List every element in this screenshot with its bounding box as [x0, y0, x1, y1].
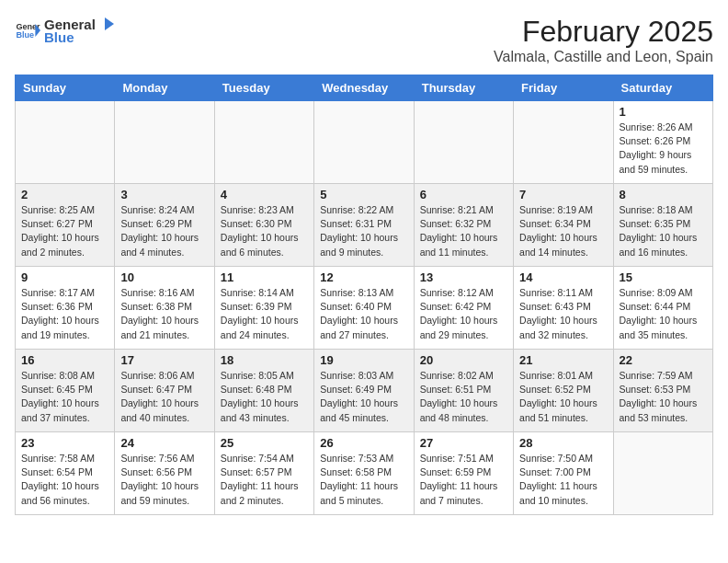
day-number: 25 [221, 436, 308, 450]
day-info: Sunrise: 8:25 AM Sunset: 6:27 PM Dayligh… [21, 203, 108, 259]
day-info: Sunrise: 8:16 AM Sunset: 6:38 PM Dayligh… [120, 286, 208, 342]
day-number: 28 [519, 436, 607, 450]
calendar-cell: 9Sunrise: 8:17 AM Sunset: 6:36 PM Daylig… [16, 267, 115, 350]
calendar-cell: 3Sunrise: 8:24 AM Sunset: 6:29 PM Daylig… [115, 184, 214, 267]
week-row-2: 9Sunrise: 8:17 AM Sunset: 6:36 PM Daylig… [16, 267, 713, 350]
calendar-cell: 10Sunrise: 8:16 AM Sunset: 6:38 PM Dayli… [115, 267, 214, 350]
day-info: Sunrise: 8:22 AM Sunset: 6:31 PM Dayligh… [320, 203, 407, 259]
weekday-header-monday: Monday [115, 75, 214, 101]
logo-arrow-icon [97, 15, 116, 33]
day-info: Sunrise: 7:50 AM Sunset: 7:00 PM Dayligh… [519, 452, 607, 508]
day-info: Sunrise: 7:51 AM Sunset: 6:59 PM Dayligh… [420, 452, 507, 508]
calendar-cell: 20Sunrise: 8:02 AM Sunset: 6:51 PM Dayli… [414, 350, 513, 432]
week-row-0: 1Sunrise: 8:26 AM Sunset: 6:26 PM Daylig… [16, 101, 713, 184]
weekday-header-row: SundayMondayTuesdayWednesdayThursdayFrid… [16, 75, 713, 101]
day-number: 17 [120, 353, 208, 367]
day-number: 22 [620, 353, 707, 367]
day-info: Sunrise: 8:13 AM Sunset: 6:40 PM Dayligh… [320, 286, 407, 342]
calendar-cell: 24Sunrise: 7:56 AM Sunset: 6:56 PM Dayli… [115, 432, 214, 515]
calendar-cell: 22Sunrise: 7:59 AM Sunset: 6:53 PM Dayli… [613, 350, 712, 432]
location-title: Valmala, Castille and Leon, Spain [494, 49, 713, 65]
day-number: 2 [21, 188, 108, 201]
day-number: 10 [120, 270, 208, 284]
day-info: Sunrise: 8:23 AM Sunset: 6:30 PM Dayligh… [221, 203, 308, 259]
calendar-cell: 13Sunrise: 8:12 AM Sunset: 6:42 PM Dayli… [414, 267, 513, 350]
day-number: 16 [21, 353, 108, 367]
day-info: Sunrise: 7:59 AM Sunset: 6:53 PM Dayligh… [620, 369, 707, 425]
logo-icon: General Blue [15, 17, 40, 43]
day-info: Sunrise: 8:01 AM Sunset: 6:52 PM Dayligh… [519, 369, 607, 425]
logo: General Blue General Blue [15, 15, 116, 45]
day-number: 20 [420, 353, 507, 367]
day-info: Sunrise: 8:08 AM Sunset: 6:45 PM Dayligh… [21, 369, 108, 425]
day-number: 12 [320, 270, 407, 284]
month-title: February 2025 [494, 15, 713, 49]
svg-marker-3 [105, 17, 114, 30]
calendar-cell: 15Sunrise: 8:09 AM Sunset: 6:44 PM Dayli… [613, 267, 712, 350]
week-row-1: 2Sunrise: 8:25 AM Sunset: 6:27 PM Daylig… [16, 184, 713, 267]
day-info: Sunrise: 8:05 AM Sunset: 6:48 PM Dayligh… [221, 369, 308, 425]
calendar-cell: 21Sunrise: 8:01 AM Sunset: 6:52 PM Dayli… [514, 350, 613, 432]
day-number: 18 [221, 353, 308, 367]
calendar-cell: 19Sunrise: 8:03 AM Sunset: 6:49 PM Dayli… [314, 350, 414, 432]
day-info: Sunrise: 8:02 AM Sunset: 6:51 PM Dayligh… [420, 369, 507, 425]
day-number: 14 [519, 270, 607, 284]
day-number: 9 [21, 270, 108, 284]
calendar-cell: 7Sunrise: 8:19 AM Sunset: 6:34 PM Daylig… [514, 184, 613, 267]
weekday-header-tuesday: Tuesday [214, 75, 313, 101]
calendar-cell: 16Sunrise: 8:08 AM Sunset: 6:45 PM Dayli… [16, 350, 115, 432]
calendar-cell: 26Sunrise: 7:53 AM Sunset: 6:58 PM Dayli… [314, 432, 414, 515]
weekday-header-friday: Friday [514, 75, 613, 101]
calendar-cell [613, 432, 712, 515]
calendar-cell: 2Sunrise: 8:25 AM Sunset: 6:27 PM Daylig… [16, 184, 115, 267]
day-number: 27 [420, 436, 507, 450]
calendar-cell [115, 101, 214, 184]
day-number: 13 [420, 270, 507, 284]
svg-text:Blue: Blue [16, 30, 34, 40]
day-info: Sunrise: 8:17 AM Sunset: 6:36 PM Dayligh… [21, 286, 108, 342]
day-number: 1 [620, 105, 707, 119]
calendar-cell: 5Sunrise: 8:22 AM Sunset: 6:31 PM Daylig… [314, 184, 414, 267]
week-row-3: 16Sunrise: 8:08 AM Sunset: 6:45 PM Dayli… [16, 350, 713, 432]
calendar-cell: 18Sunrise: 8:05 AM Sunset: 6:48 PM Dayli… [214, 350, 313, 432]
day-number: 5 [320, 188, 407, 201]
day-number: 3 [120, 188, 208, 201]
calendar-cell [414, 101, 513, 184]
day-info: Sunrise: 8:24 AM Sunset: 6:29 PM Dayligh… [120, 203, 208, 259]
day-info: Sunrise: 7:56 AM Sunset: 6:56 PM Dayligh… [120, 452, 208, 508]
calendar-cell: 27Sunrise: 7:51 AM Sunset: 6:59 PM Dayli… [414, 432, 513, 515]
day-info: Sunrise: 8:19 AM Sunset: 6:34 PM Dayligh… [519, 203, 607, 259]
day-number: 8 [620, 188, 707, 201]
calendar-cell: 6Sunrise: 8:21 AM Sunset: 6:32 PM Daylig… [414, 184, 513, 267]
day-number: 15 [620, 270, 707, 284]
calendar-cell: 1Sunrise: 8:26 AM Sunset: 6:26 PM Daylig… [613, 101, 712, 184]
day-info: Sunrise: 7:54 AM Sunset: 6:57 PM Dayligh… [221, 452, 308, 508]
calendar-cell: 4Sunrise: 8:23 AM Sunset: 6:30 PM Daylig… [214, 184, 313, 267]
weekday-header-saturday: Saturday [613, 75, 712, 101]
day-info: Sunrise: 8:21 AM Sunset: 6:32 PM Dayligh… [420, 203, 507, 259]
day-info: Sunrise: 8:14 AM Sunset: 6:39 PM Dayligh… [221, 286, 308, 342]
weekday-header-wednesday: Wednesday [314, 75, 414, 101]
calendar-cell [16, 101, 115, 184]
calendar-cell: 25Sunrise: 7:54 AM Sunset: 6:57 PM Dayli… [214, 432, 313, 515]
day-number: 21 [519, 353, 607, 367]
calendar-cell: 8Sunrise: 8:18 AM Sunset: 6:35 PM Daylig… [613, 184, 712, 267]
weekday-header-thursday: Thursday [414, 75, 513, 101]
day-number: 7 [519, 188, 607, 201]
day-number: 26 [320, 436, 407, 450]
week-row-4: 23Sunrise: 7:58 AM Sunset: 6:54 PM Dayli… [16, 432, 713, 515]
day-number: 11 [221, 270, 308, 284]
day-info: Sunrise: 7:53 AM Sunset: 6:58 PM Dayligh… [320, 452, 407, 508]
day-number: 24 [120, 436, 208, 450]
day-info: Sunrise: 8:18 AM Sunset: 6:35 PM Dayligh… [620, 203, 707, 259]
calendar-cell: 11Sunrise: 8:14 AM Sunset: 6:39 PM Dayli… [214, 267, 313, 350]
day-info: Sunrise: 8:11 AM Sunset: 6:43 PM Dayligh… [519, 286, 607, 342]
day-info: Sunrise: 7:58 AM Sunset: 6:54 PM Dayligh… [21, 452, 108, 508]
calendar-cell: 14Sunrise: 8:11 AM Sunset: 6:43 PM Dayli… [514, 267, 613, 350]
header: General Blue General Blue February 2025 … [15, 15, 713, 65]
title-area: February 2025 Valmala, Castille and Leon… [494, 15, 713, 65]
calendar-cell: 12Sunrise: 8:13 AM Sunset: 6:40 PM Dayli… [314, 267, 414, 350]
calendar-cell [514, 101, 613, 184]
calendar-cell [314, 101, 414, 184]
calendar-table: SundayMondayTuesdayWednesdayThursdayFrid… [15, 75, 713, 515]
